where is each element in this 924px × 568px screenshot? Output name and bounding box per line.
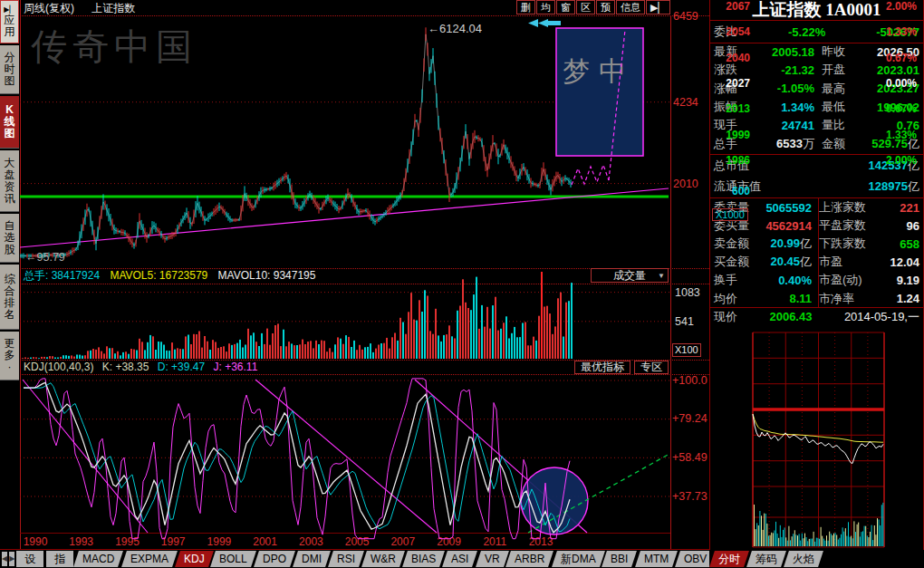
sidebar-item-5[interactable]: 自选股 (0, 214, 19, 263)
volume-bar (68, 356, 70, 359)
indicator-tab-ARBR[interactable]: ARBR (506, 551, 554, 567)
tab-label: 新DMA (561, 551, 596, 567)
indicator-tab-KDJ[interactable]: KDJ (175, 551, 214, 567)
view-tab-筹码[interactable]: 筹码 (746, 551, 786, 567)
intraday-pct-label: 2.00% (886, 154, 917, 167)
sidebar-item-3[interactable]: K线图 (0, 96, 19, 149)
indicator-tab-EXPMA[interactable]: EXPMA (121, 551, 178, 567)
kdj-button-1[interactable]: 最优指标 (574, 361, 630, 374)
volume-bar (497, 331, 499, 359)
volume-bar (111, 348, 113, 359)
volume-bar (348, 337, 350, 359)
indicator-tab-VR[interactable]: VR (476, 551, 509, 567)
intraday-volume-bar (835, 533, 836, 546)
volume-bar (144, 350, 146, 359)
volume-bar (207, 342, 208, 359)
volume-bar (419, 300, 420, 359)
nav-arrow-right[interactable]: ▶ (9, 552, 14, 566)
indicator-tab-MACD[interactable]: MACD (73, 551, 123, 567)
indicator-tab-DMI[interactable]: DMI (293, 551, 331, 567)
volume-bar (82, 356, 83, 360)
bottom-toolbar: ◀▶设置指标平台MACDEXPMAKDJBOLLDPODMIRSIW&RBIAS… (0, 550, 924, 568)
volume-bar (313, 348, 314, 359)
left-sidebar: ▶▏应用分时图K线图大盘资讯自选股综合排名更多· (0, 0, 20, 568)
volume-bar (304, 344, 306, 359)
toolbar-button-6[interactable]: 信息 (616, 0, 645, 14)
indicator-tab-OBV[interactable]: OBV (675, 551, 709, 567)
tab-label: DPO (263, 551, 286, 567)
indicator-dropdown[interactable]: 成交量 ▼ (591, 268, 669, 283)
sidebar-item-2[interactable]: 分时图 (0, 45, 19, 94)
volume-bar (109, 348, 111, 359)
sidebar-item-7[interactable]: 更多· (0, 332, 19, 380)
tab-label: MTM (644, 551, 669, 567)
intraday-volume-bar (756, 523, 757, 546)
sidebar-item-4[interactable]: 大盘资讯 (0, 150, 19, 212)
year-label: 2009 (437, 535, 461, 548)
toolbar-button-2[interactable]: 均 (536, 0, 555, 14)
volume-total-label: 总手: 38417924 (24, 269, 100, 282)
toolbar-button-1[interactable]: 删 (516, 0, 535, 14)
indicator-tab-BIAS[interactable]: BIAS (402, 551, 445, 567)
detail-value: 20.99亿 (757, 236, 815, 252)
detail-label: 买金额 (714, 254, 757, 270)
volume-bar (432, 334, 434, 359)
intraday-volume-bar (788, 526, 789, 546)
volume-bar (486, 307, 488, 359)
volume-bar (185, 336, 187, 359)
intraday-volume-bar (839, 538, 840, 546)
volume-bar (130, 349, 132, 359)
volume-bar (568, 301, 570, 359)
quote-label: 昨收 (822, 43, 860, 60)
volume-bar (457, 311, 458, 359)
indicator-tab-BOLL[interactable]: BOLL (210, 551, 256, 567)
volume-bar (188, 335, 189, 360)
kdj-axis-label: +100.0 (672, 374, 707, 387)
volume-bar (90, 351, 91, 359)
indicator-tab-ASI[interactable]: ASI (442, 551, 477, 567)
indicator-tab-W&R[interactable]: W&R (361, 551, 405, 567)
toolbar-button-指标平台[interactable]: 指标平台 (46, 551, 73, 567)
volume-chart[interactable] (20, 284, 670, 360)
indicator-tab-新DMA[interactable]: 新DMA (552, 551, 605, 567)
volume-bar (152, 336, 154, 359)
collapse-panel-icon[interactable]: ▶▏ (646, 0, 670, 14)
volume-bar (163, 345, 165, 360)
kdj-chart[interactable] (20, 375, 670, 533)
quote-label: 金额 (822, 136, 860, 152)
intraday-volume-bar (766, 524, 767, 546)
volume-bar (280, 346, 282, 359)
volume-bar (168, 351, 170, 359)
view-tab-火焰[interactable]: 火焰 (784, 551, 823, 567)
toolbar-button-4[interactable]: 区 (576, 0, 595, 14)
volume-bar (63, 355, 64, 359)
intraday-volume-bar (799, 534, 800, 546)
intraday-volume-bar (851, 536, 852, 547)
nav-arrow-left[interactable]: ◀ (2, 552, 7, 566)
indicator-tab-DPO[interactable]: DPO (254, 551, 295, 567)
volume-bar (321, 341, 322, 359)
quote-value: 2005.18 (750, 45, 822, 59)
volume-unit-label: X100 (672, 343, 701, 357)
toolbar-button-3[interactable]: 窗 (556, 0, 575, 14)
indicator-tab-BBI[interactable]: BBI (602, 551, 638, 567)
toolbar-button-设置[interactable]: 设置 (16, 551, 43, 567)
indicator-tab-RSI[interactable]: RSI (328, 551, 364, 567)
intraday-pct-label: 0.00% (886, 77, 917, 90)
toolbar-button-5[interactable]: 预 (596, 0, 615, 14)
view-tab-分时[interactable]: 分时 (709, 551, 749, 567)
quote-value: 2023.01 (860, 63, 919, 77)
symbol-label: 上证指数 (91, 2, 135, 14)
intraday-volume-bar (882, 503, 883, 546)
sidebar-item-6[interactable]: 综合排名 (0, 265, 19, 330)
tab-label: OBV (684, 551, 707, 567)
kdj-button-2[interactable]: 专区 (634, 361, 669, 374)
intraday-volume-bar (780, 525, 781, 546)
year-label: 1999 (207, 535, 232, 548)
intraday-chart[interactable] (710, 326, 924, 550)
indicator-tab-MTM[interactable]: MTM (635, 551, 678, 567)
app-window: ▶▏应用分时图K线图大盘资讯自选股综合排名更多· 周线(复权) 上证指数 删均窗… (0, 0, 924, 568)
sidebar-item-1[interactable]: ▶▏应用 (0, 0, 19, 43)
intraday-volume-bar (771, 533, 772, 546)
main-price-chart[interactable]: 梦中←6124.04←95.79 (20, 15, 670, 267)
